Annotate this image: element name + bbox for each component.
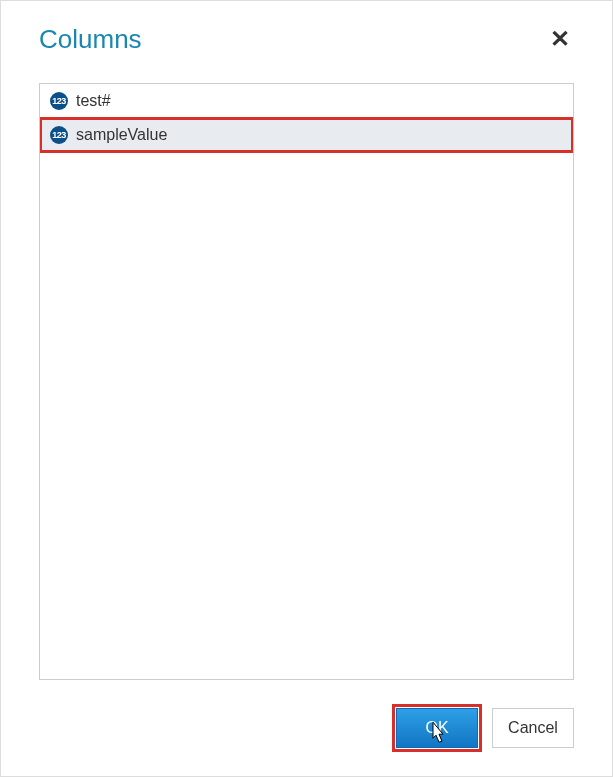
- cancel-button[interactable]: Cancel: [492, 708, 574, 748]
- columns-dialog: Columns ✕ 123 test# 123 sampleValue OK C…: [0, 0, 613, 777]
- list-item[interactable]: 123 test#: [40, 84, 573, 118]
- ok-button[interactable]: OK: [396, 708, 478, 748]
- numeric-type-icon: 123: [50, 126, 68, 144]
- list-item[interactable]: 123 sampleValue: [40, 118, 573, 152]
- dialog-footer: OK Cancel: [39, 708, 574, 748]
- columns-list[interactable]: 123 test# 123 sampleValue: [39, 83, 574, 680]
- ok-button-label: OK: [425, 719, 448, 737]
- list-item-label: sampleValue: [76, 126, 167, 144]
- numeric-type-icon: 123: [50, 92, 68, 110]
- dialog-header: Columns ✕: [39, 23, 574, 55]
- cancel-button-label: Cancel: [508, 719, 558, 737]
- list-item-label: test#: [76, 92, 111, 110]
- close-icon: ✕: [550, 25, 570, 52]
- dialog-title: Columns: [39, 24, 142, 55]
- close-button[interactable]: ✕: [546, 23, 574, 55]
